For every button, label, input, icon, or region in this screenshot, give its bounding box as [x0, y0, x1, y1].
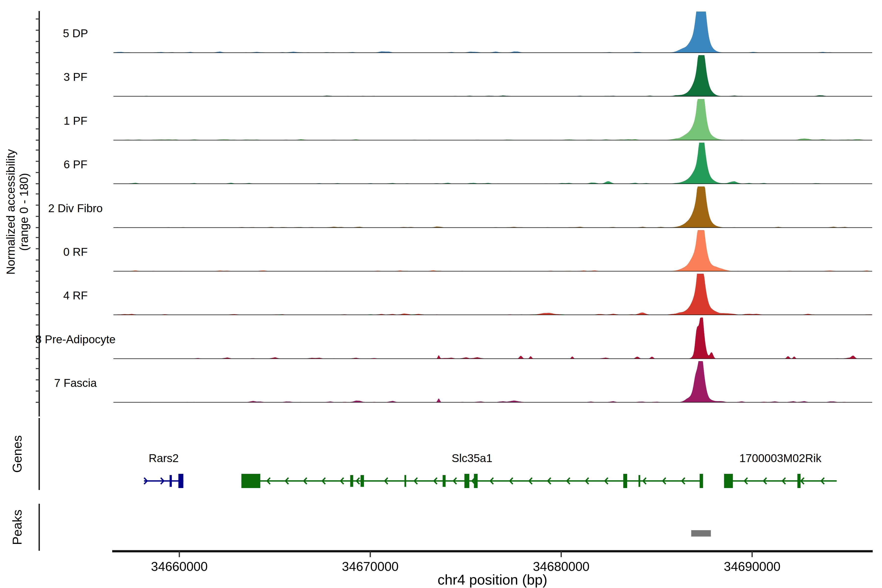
- peak-interval-bar: [691, 530, 711, 537]
- coverage-track: 3 PF: [63, 55, 872, 96]
- track-label: 1 PF: [63, 114, 87, 127]
- coverage-signal: [113, 230, 872, 271]
- exon-box: [350, 475, 353, 487]
- y-axis-label-line2: (range 0 - 180): [17, 173, 30, 251]
- coverage-signal: [113, 186, 872, 228]
- genes-panel-label: Genes: [10, 435, 24, 472]
- coverage-track: 5 DP: [63, 12, 872, 52]
- coverage-signal: [113, 142, 872, 184]
- track-label: 4 RF: [63, 289, 88, 302]
- track-label: 3 PF: [63, 70, 87, 83]
- exon-box: [464, 474, 469, 488]
- coverage-track: 8 Pre-Adipocyte: [35, 318, 872, 358]
- coverage-signal: [113, 99, 872, 140]
- genes-layer: Rars2Slc35a11700003M02Rik: [144, 452, 837, 488]
- coverage-track: 2 Div Fibro: [48, 186, 872, 228]
- track-label: 7 Fascia: [54, 376, 97, 389]
- exon-box: [405, 475, 406, 487]
- peaks-layer: [691, 530, 711, 537]
- coverage-track: 4 RF: [63, 274, 872, 315]
- track-label: 2 Div Fibro: [48, 202, 103, 214]
- track-label: 5 DP: [63, 27, 88, 40]
- x-axis-layer: 34660000346700003468000034690000: [112, 551, 873, 573]
- exon-box: [700, 474, 703, 488]
- gene-model: 1700003M02Rik: [724, 452, 837, 488]
- coverage-signal: [113, 318, 872, 358]
- y-axis-label-line1: Normalized accessibility: [4, 149, 17, 274]
- gene-name-label: Slc35a1: [452, 452, 492, 465]
- peaks-panel-label: Peaks: [10, 510, 24, 545]
- x-axis-title: chr4 position (bp): [438, 572, 548, 588]
- coverage-signal: [113, 361, 872, 402]
- exon-box: [474, 474, 477, 488]
- exon-box: [724, 474, 733, 488]
- exon-box: [623, 474, 627, 488]
- exon-box: [242, 474, 260, 488]
- genome-coverage-figure: Normalized accessibility (range 0 - 180)…: [0, 0, 882, 588]
- exon-box: [178, 474, 183, 488]
- gene-name-label: Rars2: [149, 452, 179, 465]
- exon-box: [170, 475, 172, 487]
- x-axis-tick-label: 34670000: [342, 560, 399, 573]
- gene-name-label: 1700003M02Rik: [740, 452, 822, 465]
- coverage-track: 0 RF: [63, 230, 872, 271]
- coverage-track: 7 Fascia: [54, 361, 872, 402]
- exon-box: [798, 474, 801, 488]
- exon-box: [443, 475, 446, 487]
- coverage-track: 1 PF: [63, 99, 872, 140]
- x-axis-tick-label: 34690000: [724, 560, 780, 573]
- coverage-track: 6 PF: [63, 142, 872, 184]
- x-axis-tick-label: 34660000: [151, 560, 207, 573]
- gene-model: Slc35a1: [242, 452, 703, 488]
- coverage-signal: [113, 274, 872, 315]
- left-axis-brackets: [36, 11, 39, 551]
- track-label: 8 Pre-Adipocyte: [35, 333, 116, 346]
- coverage-tracks-layer: 5 DP3 PF1 PF6 PF2 Div Fibro0 RF4 RF8 Pre…: [35, 12, 872, 402]
- gene-model: Rars2: [144, 452, 183, 488]
- coverage-signal: [113, 55, 872, 96]
- exon-box: [639, 475, 640, 487]
- track-label: 0 RF: [63, 246, 88, 258]
- coverage-signal: [113, 12, 872, 52]
- track-label: 6 PF: [63, 158, 87, 171]
- exon-box: [361, 475, 364, 487]
